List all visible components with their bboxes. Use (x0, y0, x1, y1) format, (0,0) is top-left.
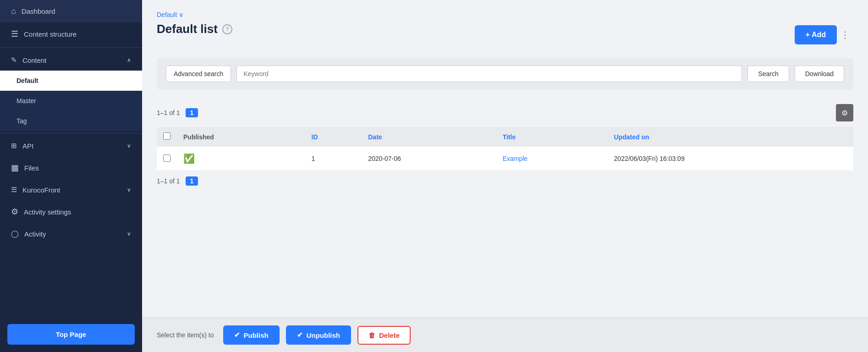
sidebar-item-api[interactable]: ⊞ API ∨ (0, 135, 142, 156)
delete-button[interactable]: 🗑 Delete (357, 326, 411, 345)
home-icon: ⌂ (11, 6, 16, 16)
sidebar-sub-label: Default (16, 77, 38, 84)
pagination-info-bottom: 1–1 of 1 (157, 177, 180, 185)
table-header: Published ID Date Title Updated on (157, 127, 853, 147)
table-controls-bottom: 1–1 of 1 1 (157, 171, 853, 191)
publish-label: Publish (244, 331, 269, 339)
row-date: 2020-07-06 (362, 147, 496, 171)
row-checkbox-cell (157, 147, 177, 171)
sidebar: ⌂ Dashboard ☰ Content structure ✎ Conten… (0, 0, 142, 352)
sidebar-item-default[interactable]: Default (0, 71, 142, 91)
breadcrumb-label: Default (157, 11, 177, 18)
breadcrumb-link[interactable]: Default ∨ (157, 11, 183, 18)
sidebar-content-submenu: Default Master Tag (0, 71, 142, 131)
sidebar-item-master[interactable]: Master (0, 91, 142, 111)
breadcrumb: Default ∨ (157, 11, 853, 18)
select-all-header (157, 127, 177, 147)
sidebar-item-kurocofront[interactable]: ☰ KurocoFront ∨ (0, 179, 142, 200)
structure-icon: ☰ (11, 29, 18, 39)
sidebar-item-dashboard[interactable]: ⌂ Dashboard (0, 0, 142, 22)
sidebar-item-label: Files (24, 164, 39, 172)
sidebar-item-label: KurocoFront (22, 186, 60, 194)
sidebar-bottom: Top Page (0, 317, 142, 352)
sidebar-group-label: Content (22, 56, 47, 64)
page-header-row: Default list ? + Add ⋮ (157, 22, 853, 47)
publish-check-icon: ✔ (234, 331, 240, 339)
advanced-search-button[interactable]: Advanced search (166, 66, 231, 82)
unpublish-button[interactable]: ✔ Unpublish (286, 325, 351, 345)
sidebar-item-label: Activity settings (24, 208, 71, 216)
published-check-icon: ✅ (183, 154, 195, 164)
main-inner: Default ∨ Default list ? + Add ⋮ Advance… (142, 0, 868, 318)
sidebar-item-label: Dashboard (22, 7, 55, 15)
sidebar-item-activity-settings[interactable]: ⚙ Activity settings (0, 200, 142, 223)
unpublish-check-icon: ✔ (297, 331, 303, 339)
add-button[interactable]: + Add (795, 25, 837, 44)
col-published: Published (177, 127, 305, 147)
page-badge-top[interactable]: 1 (186, 108, 198, 117)
row-id: 1 (305, 147, 362, 171)
sidebar-sub-label: Master (16, 97, 36, 104)
breadcrumb-chevron-icon: ∨ (179, 11, 183, 18)
pagination-info-top: 1–1 of 1 (157, 109, 180, 116)
api-icon: ⊞ (11, 142, 17, 150)
help-icon[interactable]: ? (222, 24, 232, 34)
table-row: ✅ 1 2020-07-06 Example 2022/06/03(Fri) 1… (157, 147, 853, 171)
col-updated-on[interactable]: Updated on (608, 127, 853, 147)
col-id[interactable]: ID (305, 127, 362, 147)
search-button[interactable]: Search (747, 66, 789, 82)
col-date[interactable]: Date (362, 127, 496, 147)
chevron-down-icon: ∨ (127, 143, 131, 149)
chevron-up-icon: ∧ (127, 57, 131, 63)
row-title: Example (496, 147, 608, 171)
more-options-button[interactable]: ⋮ (837, 28, 853, 42)
action-bar: Select the item(s) to ✔ Publish ✔ Unpubl… (142, 318, 868, 352)
sidebar-divider (0, 47, 142, 48)
sidebar-item-label: Content structure (24, 30, 77, 38)
main-content: Default ∨ Default list ? + Add ⋮ Advance… (142, 0, 868, 352)
kurocofront-icon: ☰ (11, 186, 17, 194)
sidebar-item-label: Activity (24, 230, 46, 238)
sidebar-group-content[interactable]: ✎ Content ∧ (0, 50, 142, 71)
files-icon: ▦ (11, 163, 19, 173)
delete-trash-icon: 🗑 (368, 331, 375, 339)
sidebar-item-files[interactable]: ▦ Files (0, 156, 142, 179)
row-title-link[interactable]: Example (503, 155, 527, 162)
activity-icon: ◯ (11, 230, 19, 238)
sidebar-divider (0, 133, 142, 133)
row-published: ✅ (177, 147, 305, 171)
publish-button[interactable]: ✔ Publish (223, 325, 280, 345)
content-icon: ✎ (11, 56, 17, 64)
table-body: ✅ 1 2020-07-06 Example 2022/06/03(Fri) 1… (157, 147, 853, 171)
top-page-button[interactable]: Top Page (7, 324, 135, 345)
content-table: Published ID Date Title Updated on ✅ (157, 127, 853, 171)
search-bar: Advanced search Search Download (157, 58, 853, 89)
delete-label: Delete (379, 331, 400, 339)
data-table: Published ID Date Title Updated on ✅ (157, 127, 853, 171)
sidebar-item-label: API (22, 142, 33, 150)
action-bar-text: Select the item(s) to (157, 331, 214, 339)
page-title-text: Default list (157, 22, 218, 36)
table-controls-top: 1–1 of 1 1 ⚙ (157, 99, 853, 127)
sidebar-item-tag[interactable]: Tag (0, 111, 142, 131)
col-title[interactable]: Title (496, 127, 608, 147)
page-title: Default list ? (157, 22, 232, 36)
row-updated-on: 2022/06/03(Fri) 16:03:09 (608, 147, 853, 171)
download-button[interactable]: Download (795, 66, 844, 82)
unpublish-label: Unpublish (307, 331, 340, 339)
sidebar-item-content-structure[interactable]: ☰ Content structure (0, 22, 142, 45)
sidebar-item-activity[interactable]: ◯ Activity ∨ (0, 223, 142, 244)
chevron-down-icon: ∨ (127, 187, 131, 193)
keyword-input[interactable] (236, 66, 742, 82)
table-settings-button[interactable]: ⚙ (836, 104, 853, 121)
sidebar-sub-label: Tag (16, 117, 27, 125)
row-checkbox[interactable] (163, 154, 170, 162)
settings-icon: ⚙ (11, 207, 18, 217)
select-all-checkbox[interactable] (163, 132, 170, 140)
page-badge-bottom[interactable]: 1 (186, 176, 198, 186)
chevron-down-icon: ∨ (127, 231, 131, 237)
